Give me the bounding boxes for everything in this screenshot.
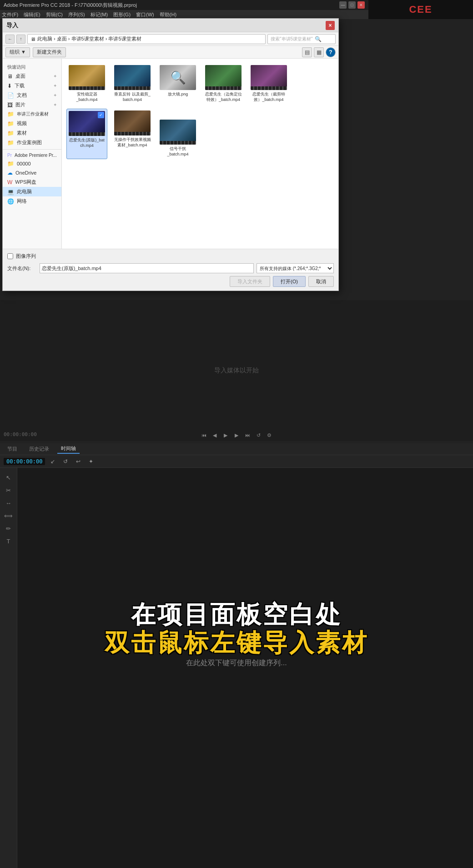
tl-tool-3[interactable]: ↩ [73, 457, 83, 467]
timeline-toolbar: 00:00:00:00 ↙ ↺ ↩ ✦ [0, 455, 473, 468]
file-thumb-6: ✓ [69, 111, 105, 136]
timeline-timecode[interactable]: 00:00:00:00 [4, 458, 45, 465]
view-grid-button[interactable]: ▦ [314, 47, 324, 57]
tl-tool-4[interactable]: ✦ [86, 457, 96, 467]
file-item-4[interactable]: 恋爱先生（边角定位特效）_batch.mp4 [203, 63, 244, 104]
close-button[interactable]: ✕ [357, 1, 365, 9]
filetype-select[interactable]: 所有支持的媒体 (*.264;*.3G2;* [257, 263, 334, 273]
tl-tool-1[interactable]: ↙ [48, 457, 58, 467]
maximize-button[interactable]: □ [348, 1, 356, 9]
filmstrip-1 [69, 86, 105, 90]
toolbar-view-controls: ▤ ▦ ? [302, 47, 336, 57]
menu-graphics[interactable]: 图形(G) [113, 11, 131, 18]
tool-side-panel: ↖ ✂ ↔ ⟺ ✏ T [0, 468, 17, 551]
sidebar-item-desktop[interactable]: 🖥 桌面 ✦ [3, 71, 61, 81]
sidebar-item-downloads[interactable]: ⬇ 下载 ✦ [3, 81, 61, 90]
menu-sequence[interactable]: 序列(S) [68, 11, 85, 18]
pin-icon-3: ✦ [53, 93, 57, 98]
play-button[interactable]: ▶ [221, 431, 230, 439]
open-button[interactable]: 打开(O) [273, 276, 306, 287]
type-tool-icon[interactable]: T [4, 536, 14, 546]
sidebar-item-material[interactable]: 📁 素材 [3, 128, 61, 138]
menu-edit[interactable]: 编辑(E) [24, 11, 40, 18]
sidebar-downloads-label: 下载 [15, 82, 25, 89]
filmstrip-7 [114, 132, 151, 135]
sidebar-item-examples[interactable]: 📁 作业案例图 [3, 138, 61, 147]
slip-tool-icon[interactable]: ⟺ [4, 511, 14, 521]
file-item-3[interactable]: 🔍 放大镜.png [157, 63, 198, 104]
file-item-1[interactable]: 安性稳定器_batch.mp4 [66, 63, 107, 104]
sidebar-item-documents[interactable]: 📄 文档 ✦ [3, 90, 61, 100]
step-back-button[interactable]: ◀ [211, 431, 219, 439]
wps-icon: W [7, 179, 12, 186]
search-icon: 🔍 [315, 36, 322, 42]
import-folder-button[interactable]: 导入文件夹 [230, 276, 270, 287]
play-back-button[interactable]: ⏮ [200, 431, 208, 439]
up-button[interactable]: ↑ [16, 35, 25, 44]
menu-window[interactable]: 窗口(W) [136, 11, 154, 18]
sidebar-item-video[interactable]: 📁 视频 [3, 119, 61, 128]
tab-sequence[interactable]: 节目 [4, 445, 21, 453]
sidebar-mat-label: 素材 [17, 130, 27, 136]
tl-tool-2[interactable]: ↺ [60, 457, 70, 467]
file-item-2[interactable]: 垂直反转 以及裁剪_batch.mp4 [112, 63, 153, 104]
razor-tool-icon[interactable]: ✂ [4, 485, 14, 495]
menu-marker[interactable]: 标记(M) [91, 11, 108, 18]
tab-history[interactable]: 历史记录 [25, 445, 53, 453]
dialog-close-button[interactable]: × [326, 21, 335, 30]
cancel-button[interactable]: 取消 [308, 276, 334, 287]
image-sequence-checkbox[interactable] [7, 253, 13, 259]
play-fwd-button[interactable]: ⏭ [243, 431, 252, 439]
help-button[interactable]: ? [326, 47, 336, 57]
tab-timeline[interactable]: 时间轴 [57, 444, 80, 454]
premiere-icon: Pr [7, 153, 12, 158]
select-tool-icon[interactable]: ↖ [4, 472, 14, 482]
new-folder-button[interactable]: 新建文件夹 [33, 47, 66, 57]
menu-help[interactable]: 帮助(H) [160, 11, 176, 18]
folder-icon-4: 📁 [7, 140, 14, 146]
filename-input[interactable] [40, 263, 254, 273]
back-button[interactable]: ← [5, 35, 15, 44]
sidebar-item-homework[interactable]: 📁 串讲三作业素材 [3, 110, 61, 119]
menu-file[interactable]: 文件(F) [2, 11, 18, 18]
sidebar-wps-label: WPS网盘 [15, 179, 36, 186]
sidebar-pics-label: 图片 [15, 101, 25, 108]
file-item-8[interactable]: 信号干扰_batch.mp4 [157, 118, 198, 159]
organize-button[interactable]: 组织 ▼ [5, 47, 30, 57]
documents-icon: 📄 [7, 92, 14, 99]
timeline-panel: 节目 历史记录 时间轴 00:00:00:00 ↙ ↺ ↩ ✦ ↖ ✂ ↔ ⟺ … [0, 443, 473, 868]
search-placeholder: 搜索"串讲5课堂素材" [271, 36, 313, 42]
file-name-1: 安性稳定器_batch.mp4 [76, 92, 97, 102]
settings-button[interactable]: ⚙ [265, 431, 273, 439]
file-item-5[interactable]: 恋爱先生（裁剪特效）_batch.mp4 [248, 63, 289, 104]
path-text: 此电脑 › 桌面 › 串讲5课堂素材 › 串讲5课堂素材 [37, 35, 141, 42]
ripple-tool-icon[interactable]: ↔ [4, 498, 14, 508]
sidebar-item-network[interactable]: 🌐 网络 [3, 196, 61, 206]
sidebar-item-pictures[interactable]: 🖼 图片 ✦ [3, 100, 61, 110]
sidebar-item-thispc[interactable]: 💻 此电脑 [3, 187, 61, 196]
step-fwd-button[interactable]: ▶ [232, 431, 241, 439]
folder-icon-2: 📁 [7, 120, 14, 127]
address-path[interactable]: 🖥 此电脑 › 桌面 › 串讲5课堂素材 › 串讲5课堂素材 [27, 34, 266, 44]
files-grid: 安性稳定器_batch.mp4 垂直反转 以及裁剪_batch.mp4 🔍 放大… [62, 59, 338, 249]
file-item-7[interactable]: 无操作干扰效果视频素材_batch.mp4 [112, 109, 153, 159]
filmstrip-4 [205, 86, 242, 90]
sidebar-item-onedrive[interactable]: ☁ OneDrive [3, 168, 61, 177]
minimize-button[interactable]: — [339, 1, 347, 9]
file-item-6[interactable]: ✓ 恋爱先生(原版)_batch.mp4 [66, 109, 107, 159]
folder-icon-5: 📁 [7, 161, 14, 167]
address-bar: ← ↑ 🖥 此电脑 › 桌面 › 串讲5课堂素材 › 串讲5课堂素材 搜索"串讲… [3, 32, 338, 46]
pin-icon: ✦ [53, 74, 57, 79]
sidebar-item-premiere[interactable]: Pr Adobe Premiere Pr... [3, 151, 61, 159]
sidebar-item-wps[interactable]: W WPS网盘 [3, 177, 61, 187]
file-name-3: 放大镜.png [168, 92, 188, 97]
sidebar-item-00000[interactable]: 📁 00000 [3, 159, 61, 168]
menu-clip[interactable]: 剪辑(C) [46, 11, 63, 18]
search-box[interactable]: 搜索"串讲5课堂素材" 🔍 [267, 34, 336, 44]
pen-tool-icon[interactable]: ✏ [4, 523, 14, 533]
folder-icon-3: 📁 [7, 130, 14, 136]
loop-button[interactable]: ↺ [254, 431, 262, 439]
view-list-button[interactable]: ▤ [302, 47, 312, 57]
sidebar-00000-label: 00000 [17, 161, 31, 166]
file-name-4: 恋爱先生（边角定位特效）_batch.mp4 [205, 92, 242, 102]
